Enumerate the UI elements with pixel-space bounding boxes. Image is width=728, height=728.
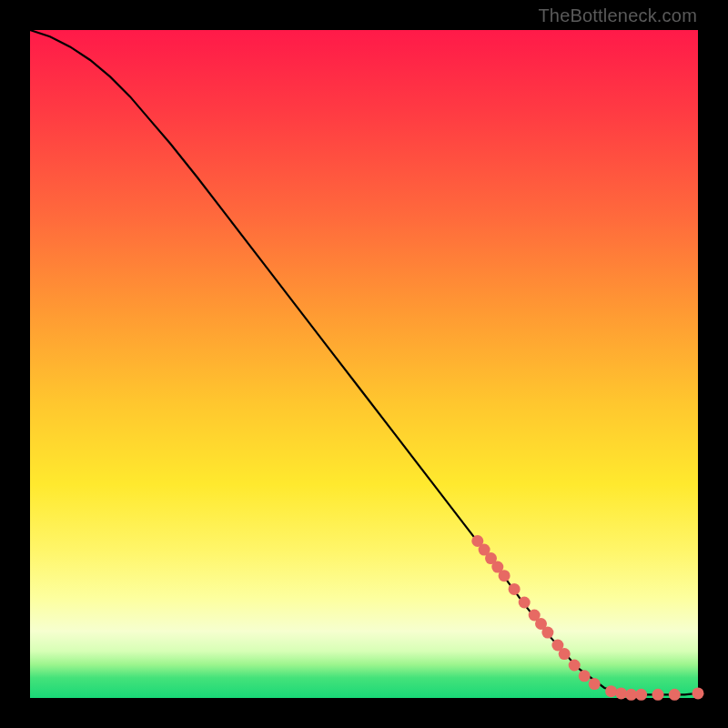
data-marker xyxy=(615,687,627,699)
data-marker xyxy=(669,689,681,701)
watermark-text: TheBottleneck.com xyxy=(538,5,697,26)
chart-stage: TheBottleneck.com xyxy=(0,0,728,728)
data-marker xyxy=(605,685,617,697)
curve-line xyxy=(30,30,698,694)
chart-svg xyxy=(30,30,698,698)
data-marker xyxy=(693,687,704,699)
data-marker xyxy=(509,583,521,595)
data-marker xyxy=(589,678,601,690)
data-marker xyxy=(541,627,553,639)
data-marker xyxy=(519,597,531,609)
data-marker xyxy=(635,689,647,701)
data-marker xyxy=(652,689,664,701)
data-marker xyxy=(569,660,581,672)
plot-area xyxy=(30,30,698,698)
data-marker xyxy=(499,570,511,581)
data-marker xyxy=(559,648,571,660)
data-marker xyxy=(579,670,591,682)
marker-layer xyxy=(471,535,703,701)
